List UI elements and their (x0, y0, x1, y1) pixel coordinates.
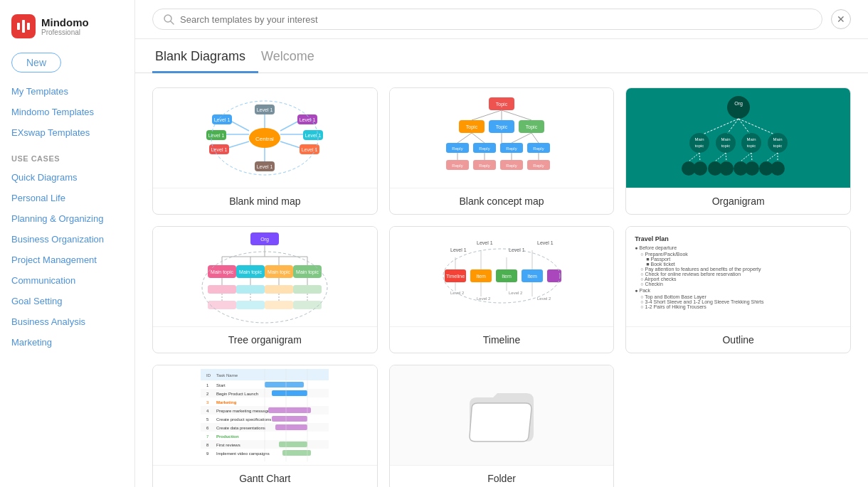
svg-text:Central: Central (255, 136, 274, 142)
svg-text:Level 1: Level 1 (450, 247, 467, 252)
svg-text:Main topic: Main topic (239, 269, 262, 275)
svg-text:Reply: Reply (479, 164, 489, 168)
svg-text:Topic: Topic (496, 124, 508, 130)
template-card-timeline[interactable]: Level 1 Level 1 Level 1 Level 1 Timeline… (389, 226, 615, 353)
svg-text:Reply: Reply (479, 146, 489, 151)
svg-text:Timeline: Timeline (446, 274, 465, 279)
sidebar-item-business-analysis[interactable]: Business Analysis (0, 311, 134, 332)
svg-text:Org: Org (260, 237, 269, 242)
svg-text:Level 1: Level 1 (300, 117, 316, 122)
svg-point-74 (689, 133, 709, 153)
template-thumb-organigram: Org Main topic Main topic (626, 88, 850, 188)
sidebar-item-mindomo-templates[interactable]: Mindomo Templates (0, 102, 134, 122)
svg-text:Main topic: Main topic (211, 269, 233, 275)
sidebar-item-marketing[interactable]: Marketing (0, 332, 134, 353)
svg-rect-124 (265, 285, 293, 294)
svg-rect-133 (293, 301, 322, 309)
svg-line-70 (699, 119, 739, 136)
logo-icon (11, 14, 36, 38)
template-card-outline[interactable]: Travel Plan ● Before departure ○ Prepare… (625, 226, 851, 353)
sidebar-item-exswap-templates[interactable]: EXswap Templates (0, 122, 134, 143)
svg-line-94 (689, 153, 699, 161)
svg-text:Topic: Topic (526, 124, 538, 130)
svg-line-54 (512, 133, 531, 143)
svg-rect-171 (272, 390, 307, 396)
template-card-blank-concept-map[interactable]: Topic Topic Topic Topic (389, 87, 615, 215)
svg-rect-186 (275, 424, 307, 430)
template-thumb-blank-concept-map: Topic Topic Topic Topic (390, 88, 614, 188)
svg-line-55 (531, 133, 539, 143)
svg-line-98 (741, 153, 751, 161)
svg-rect-182 (272, 416, 307, 422)
svg-line-12 (280, 141, 302, 149)
template-thumb-folder (390, 365, 614, 465)
template-card-folder[interactable]: Folder (389, 365, 615, 487)
svg-text:Main topic: Main topic (296, 269, 319, 275)
template-card-organigram[interactable]: Org Main topic Main topic (625, 87, 851, 215)
search-input[interactable] (180, 14, 812, 25)
svg-text:Create data presentations: Create data presentations (216, 426, 265, 430)
svg-text:topic: topic (721, 144, 730, 148)
svg-text:Implement video campaigns: Implement video campaigns (216, 451, 270, 456)
svg-line-99 (751, 153, 752, 161)
template-grid: Central Level 1 Leve (152, 87, 851, 487)
svg-rect-0 (17, 23, 20, 30)
template-label-tree-organigram: Tree organigram (153, 326, 377, 353)
new-button[interactable]: New (11, 53, 61, 73)
svg-text:Prepare marketing message: Prepare marketing message (216, 409, 270, 413)
svg-text:Level 1: Level 1 (257, 164, 273, 169)
header: ✕ (135, 0, 868, 39)
svg-text:Level 1: Level 1 (208, 133, 225, 138)
sidebar-item-planning-organizing[interactable]: Planning & Organizing (0, 208, 134, 229)
close-button[interactable]: ✕ (831, 9, 851, 29)
sidebar-item-project-management[interactable]: Project Management (0, 250, 134, 270)
svg-text:Reply: Reply (506, 146, 517, 151)
template-card-tree-organigram[interactable]: Org Main topic Main topic (152, 226, 378, 353)
sidebar-item-goal-setting[interactable]: Goal Setting (0, 291, 134, 311)
svg-text:Level 2: Level 2 (509, 291, 523, 295)
svg-text:Level 2: Level 2 (537, 296, 551, 301)
sidebar-item-personal-life[interactable]: Personal Life (0, 188, 134, 208)
svg-line-7 (229, 120, 249, 131)
svg-rect-132 (265, 301, 293, 309)
sidebar-item-quick-diagrams[interactable]: Quick Diagrams (0, 167, 134, 188)
sidebar-item-my-templates[interactable]: My Templates (0, 81, 134, 102)
search-bar (152, 9, 822, 30)
svg-rect-197 (282, 450, 311, 456)
svg-text:Level 2: Level 2 (477, 296, 491, 301)
svg-point-87 (693, 161, 707, 176)
svg-text:Level 1: Level 1 (305, 133, 322, 138)
logo-sub: Professional (41, 28, 89, 36)
template-thumb-tree-organigram: Org Main topic Main topic (153, 227, 377, 326)
svg-text:Reply: Reply (452, 164, 462, 168)
svg-text:Main: Main (773, 137, 782, 141)
svg-line-97 (726, 153, 726, 161)
svg-text:Main topic: Main topic (268, 269, 290, 275)
svg-line-10 (280, 120, 300, 131)
svg-text:Level 1: Level 1 (257, 107, 273, 112)
template-label-timeline: Timeline (390, 326, 614, 353)
svg-line-100 (766, 153, 778, 161)
svg-text:Topic: Topic (466, 124, 478, 130)
template-card-gantt-chart[interactable]: ID Task Name 1 Start 2 Begin Product Lau… (152, 365, 378, 487)
template-thumb-outline: Travel Plan ● Before departure ○ Prepare… (626, 227, 850, 326)
tab-blank-diagrams[interactable]: Blank Diagrams (152, 39, 258, 73)
tab-welcome[interactable]: Welcome (258, 39, 327, 73)
content-area: Central Level 1 Leve (135, 73, 868, 487)
template-label-blank-mind-map: Blank mind map (153, 188, 377, 214)
svg-line-95 (699, 153, 700, 161)
main-area: ✕ Blank Diagrams Welcome Central (135, 0, 868, 487)
sidebar-item-communication[interactable]: Communication (0, 270, 134, 291)
svg-point-68 (727, 96, 750, 119)
template-card-blank-mind-map[interactable]: Central Level 1 Leve (152, 87, 378, 215)
svg-text:Marketing: Marketing (216, 400, 237, 405)
svg-rect-2 (27, 23, 30, 30)
svg-line-51 (457, 133, 472, 143)
svg-line-52 (472, 133, 485, 143)
svg-text:topic: topic (694, 144, 704, 148)
svg-text:Production: Production (216, 434, 239, 439)
svg-text:Topic: Topic (496, 102, 508, 107)
template-thumb-timeline: Level 1 Level 1 Level 1 Level 1 Timeline… (390, 227, 614, 326)
svg-point-77 (716, 133, 736, 153)
sidebar-item-business-organization[interactable]: Business Organization (0, 229, 134, 250)
